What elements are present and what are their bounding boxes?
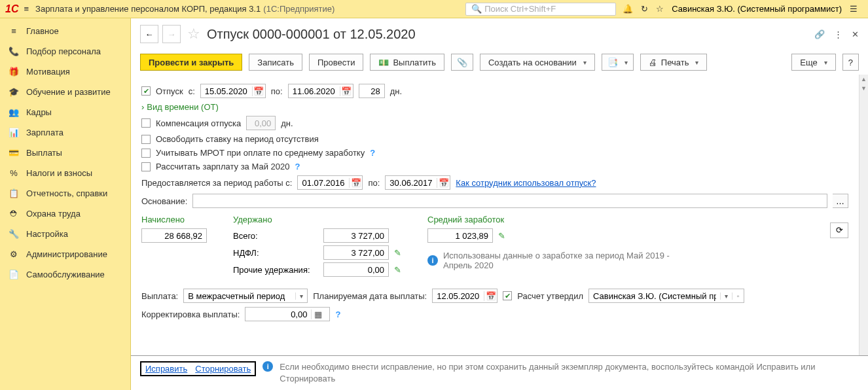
sidebar-item-motivation[interactable]: 🎁Мотивация [0, 62, 130, 82]
save-button[interactable]: Записать [249, 54, 302, 71]
open-icon[interactable]: ▫ [732, 292, 744, 300]
approved-by-select[interactable]: ▾▫ [588, 289, 744, 303]
payment-mode-field[interactable] [184, 291, 295, 301]
days-input[interactable] [359, 84, 385, 98]
date-to-input[interactable]: 📅 [288, 84, 353, 98]
sidebar-item-education[interactable]: 🎓Обучение и развитие [0, 82, 130, 102]
avg-input[interactable] [427, 228, 493, 243]
pencil-icon[interactable]: ✎ [394, 265, 401, 275]
sidebar-item-admin[interactable]: ⚙Администрирование [0, 244, 130, 264]
scroll-down-icon[interactable]: ▼ [859, 84, 868, 93]
vacation-checkbox[interactable] [141, 86, 151, 96]
accrued-input[interactable] [141, 228, 207, 243]
forward-button[interactable]: → [162, 25, 181, 43]
vertical-scrollbar[interactable]: ▲ ▼ [859, 75, 868, 355]
compensation-days-input [246, 116, 276, 130]
sidebar-item-hr[interactable]: 👥Кадры [0, 102, 130, 122]
sidebar-item-label: Мотивация [26, 67, 70, 77]
calendar-icon[interactable]: 📅 [349, 178, 362, 188]
sidebar-item-self[interactable]: 📄Самообслуживание [0, 264, 130, 285]
calendar-icon[interactable]: 📅 [340, 86, 353, 96]
doc-icon: 📄 [8, 270, 20, 279]
sidebar-item-main[interactable]: ≡Главное [0, 21, 130, 41]
copy-button[interactable]: 📑 [602, 54, 634, 71]
post-button[interactable]: Провести [309, 54, 364, 71]
menu-icon[interactable]: ☰ [850, 4, 858, 14]
mrot-checkbox[interactable] [141, 149, 151, 158]
favorite-star-icon[interactable]: ☆ [187, 26, 200, 43]
sidebar-item-label: Отчетность, справки [26, 188, 107, 198]
date-to-field[interactable] [289, 86, 340, 96]
sidebar-item-taxes[interactable]: %Налоги и взносы [0, 163, 130, 183]
calc-salary-checkbox[interactable] [141, 162, 151, 171]
time-type-expander[interactable]: ›Вид времени (ОТ) [141, 102, 848, 112]
attach-button[interactable]: 📎 [451, 54, 473, 71]
period-from-input[interactable]: 📅 [297, 175, 363, 190]
chevron-down-icon[interactable]: ▾ [720, 292, 732, 300]
print-button[interactable]: 🖨Печать [640, 54, 708, 71]
sidebar-item-payments[interactable]: 💳Выплаты [0, 143, 130, 163]
user-name[interactable]: Савинская З.Ю. (Системный программист) [672, 4, 842, 14]
fix-link[interactable]: Исправить [145, 364, 187, 374]
reverse-link[interactable]: Сторнировать [195, 364, 251, 374]
refresh-button[interactable]: ⟳ [830, 222, 848, 238]
help-icon[interactable]: ? [370, 148, 375, 158]
reason-picker-button[interactable]: … [833, 194, 848, 208]
period-from-field[interactable] [298, 178, 349, 188]
link-icon[interactable]: 🔗 [814, 29, 825, 39]
gift-icon: 🎁 [8, 67, 20, 77]
star-icon[interactable]: ☆ [656, 4, 664, 14]
sidebar: ≡Главное 📞Подбор персонала 🎁Мотивация 🎓О… [0, 18, 131, 390]
sidebar-item-recruit[interactable]: 📞Подбор персонала [0, 41, 130, 62]
info-icon: i [427, 255, 438, 266]
vacation-usage-link[interactable]: Как сотрудник использовал отпуск? [456, 178, 596, 188]
other-ded-input[interactable] [323, 262, 389, 277]
history-icon[interactable]: ↻ [641, 4, 648, 14]
sidebar-item-label: Кадры [26, 107, 52, 117]
help-icon[interactable]: ? [335, 310, 340, 319]
kebab-icon[interactable]: ⋮ [834, 29, 842, 39]
approved-by-field[interactable] [589, 291, 720, 301]
close-icon[interactable]: ✕ [852, 29, 859, 39]
from-label: с: [189, 86, 195, 96]
calendar-icon[interactable]: 📅 [252, 86, 265, 96]
chevron-down-icon[interactable]: ▾ [295, 292, 307, 300]
pay-button[interactable]: 💵Выплатить [370, 54, 444, 71]
app-logo: 1С [5, 3, 18, 15]
period-to-input[interactable]: 📅 [385, 175, 450, 190]
calc-icon[interactable]: ▦ [311, 310, 324, 319]
correction-field[interactable] [245, 310, 311, 319]
bell-icon[interactable]: 🔔 [623, 4, 633, 14]
ndfl-input[interactable] [323, 245, 389, 260]
planned-date-input[interactable]: 📅 [432, 289, 497, 303]
deducted-header: Удержано [233, 215, 401, 224]
correction-input[interactable]: ▦ [245, 307, 330, 321]
sidebar-item-safety[interactable]: ⛑Охрана труда [0, 204, 130, 224]
approved-checkbox[interactable] [503, 291, 512, 300]
calendar-icon[interactable]: 📅 [437, 178, 450, 188]
help-button[interactable]: ? [842, 54, 859, 71]
scroll-up-icon[interactable]: ▲ [859, 75, 868, 84]
create-based-button[interactable]: Создать на основании [480, 54, 595, 71]
calendar-icon[interactable]: 📅 [484, 291, 497, 301]
date-from-field[interactable] [201, 86, 252, 96]
compensation-checkbox[interactable] [141, 118, 151, 128]
total-input[interactable] [323, 228, 389, 243]
period-to-field[interactable] [386, 178, 437, 188]
date-from-input[interactable]: 📅 [200, 84, 266, 98]
post-and-close-button[interactable]: Провести и закрыть [140, 54, 242, 71]
search-input[interactable]: 🔍 Поиск Ctrl+Shift+F [465, 3, 616, 16]
pencil-icon[interactable]: ✎ [498, 231, 505, 241]
sidebar-item-reports[interactable]: 📋Отчетность, справки [0, 183, 130, 204]
sidebar-item-salary[interactable]: 📊Зарплата [0, 122, 130, 143]
pencil-icon[interactable]: ✎ [394, 248, 401, 258]
free-rate-checkbox[interactable] [141, 135, 151, 144]
reason-input[interactable] [192, 194, 827, 208]
back-button[interactable]: ← [140, 25, 158, 43]
sidebar-item-settings[interactable]: 🔧Настройка [0, 224, 130, 244]
payment-mode-select[interactable]: ▾ [183, 289, 308, 303]
hamburger-icon[interactable]: ≡ [24, 4, 29, 14]
help-icon[interactable]: ? [295, 162, 300, 171]
planned-date-field[interactable] [433, 291, 484, 301]
more-button[interactable]: Еще [791, 54, 835, 71]
